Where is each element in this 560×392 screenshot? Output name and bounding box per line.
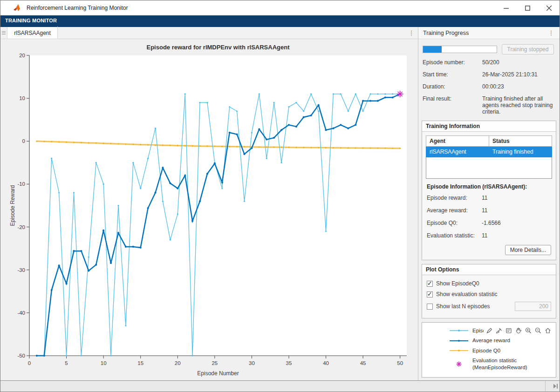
episode-q0-line-sample [449, 347, 469, 354]
episode-reward-line-sample [449, 327, 469, 334]
status-cell: Training finished [489, 147, 552, 157]
datatips-icon[interactable] [504, 326, 513, 335]
svg-text:50: 50 [397, 360, 403, 366]
start-time-label: Start time: [423, 71, 482, 78]
right-panel-menu-icon[interactable]: ⋮ [545, 29, 558, 36]
document-panel: rlSARSAAgent ⋮ -50-40-30-20-100102005101… [0, 27, 418, 380]
zoom-out-icon[interactable] [533, 326, 543, 335]
agents-table[interactable]: Agent Status rlSARSAAgent Training finis… [426, 135, 552, 157]
tab-grip-icon[interactable] [0, 27, 7, 39]
show-last-n-episodes-label: Show last N episodes [436, 303, 490, 310]
episode-q0-row: Episode Q0: -1.6566 [427, 220, 551, 226]
right-panel-header: Training Progress ⋮ [418, 27, 560, 39]
episode-q0-label: Episode Q0: [427, 220, 482, 226]
restore-view-icon[interactable] [543, 326, 553, 335]
tab-label: rlSARSAAgent [14, 30, 51, 36]
show-last-n-episodes-option: Show last N episodes [427, 302, 551, 311]
svg-text:5: 5 [65, 360, 68, 366]
show-episodeq0-checkbox[interactable] [427, 281, 433, 287]
tab-rlsarsaagent[interactable]: rlSARSAAgent [7, 26, 58, 39]
svg-text:20: 20 [19, 53, 25, 58]
svg-text:-20: -20 [17, 224, 25, 230]
average-reward-line-sample [449, 338, 469, 344]
svg-text:-40: -40 [17, 310, 25, 316]
show-last-n-episodes-checkbox[interactable] [427, 304, 433, 310]
skip-end-icon[interactable] [553, 384, 558, 389]
training-stopped-button[interactable]: Training stopped [502, 44, 554, 54]
evaluation-statistic-row: Evaluation statistic: 11 [427, 232, 551, 239]
zoom-in-icon[interactable] [523, 326, 533, 335]
svg-text:-30: -30 [17, 267, 25, 273]
agents-table-col-agent: Agent [426, 136, 489, 147]
plot-options-section: Plot Options Show EpisodeQ0 Show evaluat… [422, 264, 556, 318]
final-result-value: Training finished after all agents reach… [482, 95, 556, 115]
svg-text:20: 20 [175, 360, 181, 366]
brush-icon[interactable] [494, 326, 504, 335]
svg-text:-50: -50 [17, 353, 25, 358]
start-time-row: Start time: 26-Mar-2025 21:10:31 [423, 71, 556, 78]
maximize-button[interactable] [517, 0, 538, 15]
episode-reward-plot[interactable]: -50-40-30-20-100102005101520253035404550… [0, 39, 419, 379]
training-progress-fill [423, 46, 442, 53]
svg-text:Episode reward for rlMDPEnv wi: Episode reward for rlMDPEnv with rlSARSA… [147, 44, 290, 51]
episode-information-header: Episode Information (rlSARSAAgent): [427, 183, 551, 190]
episode-number-value: 50/200 [482, 59, 556, 66]
legend-episode-q0: Episode Q0 [449, 347, 556, 354]
svg-text:10: 10 [101, 360, 107, 366]
window-title: Reinforcement Learning Training Monitor [27, 5, 128, 11]
status-bar [0, 380, 560, 392]
evaluation-statistic-label: Evaluation statistic: [427, 232, 482, 239]
svg-text:Episode Reward: Episode Reward [9, 185, 16, 226]
episode-reward-label: Episode reward: [427, 195, 482, 201]
svg-text:35: 35 [286, 360, 292, 366]
agents-table-empty-area [426, 157, 552, 179]
show-evaluation-statistic-checkbox[interactable] [427, 291, 433, 297]
window-controls [495, 0, 560, 15]
training-progress-panel: Training Progress ⋮ Training stopped Epi… [418, 27, 560, 380]
agents-table-col-status: Status [489, 136, 552, 147]
tabstrip-filler [58, 27, 405, 39]
document-tabstrip: rlSARSAAgent ⋮ [0, 27, 418, 39]
training-progress-bar [423, 46, 497, 53]
export-icon[interactable] [484, 326, 494, 335]
svg-text:0: 0 [28, 360, 31, 366]
final-result-label: Final result: [423, 95, 482, 115]
status-bar-right [546, 381, 560, 392]
axes-toolbar [484, 325, 553, 335]
right-panel-title: Training Progress [423, 30, 469, 36]
episode-number-row: Episode number: 50/200 [423, 59, 556, 66]
episode-q0-value: -1.6566 [482, 220, 501, 226]
last-n-episodes-input[interactable] [515, 302, 551, 311]
final-result-row: Final result: Training finished after al… [423, 95, 556, 115]
title-bar: Reinforcement Learning Training Monitor [0, 0, 560, 15]
more-details-button[interactable]: More Details... [505, 245, 551, 255]
evaluation-statistic-value: 11 [482, 232, 487, 239]
svg-text:0: 0 [22, 138, 25, 144]
average-reward-value: 11 [482, 207, 487, 214]
ribbon-label: TRAINING MONITOR [5, 18, 57, 23]
svg-text:15: 15 [137, 360, 143, 366]
table-row[interactable]: rlSARSAAgent Training finished [426, 147, 552, 157]
svg-text:10: 10 [19, 95, 25, 101]
ribbon-tab-training-monitor[interactable]: TRAINING MONITOR [0, 15, 560, 26]
legend-average-reward-label: Average reward [472, 337, 510, 344]
average-reward-row: Average reward: 11 [427, 207, 551, 214]
episode-reward-row: Episode reward: 11 [427, 195, 551, 201]
app-window: Reinforcement Learning Training Monitor … [0, 0, 560, 392]
close-button[interactable] [538, 0, 560, 15]
svg-text:45: 45 [360, 360, 366, 366]
show-evaluation-statistic-label: Show evaluation statistic [436, 291, 497, 297]
pan-icon[interactable] [513, 326, 523, 335]
svg-text:30: 30 [249, 360, 255, 366]
svg-text:40: 40 [323, 360, 329, 366]
legend-evaluation-statistic-label: Evaluation statistic (MeanEpisodeReward) [472, 357, 527, 371]
tabstrip-menu-icon[interactable]: ⋮ [405, 27, 418, 39]
duration-label: Duration: [423, 83, 482, 90]
agent-cell: rlSARSAAgent [426, 147, 489, 157]
episode-reward-value: 11 [482, 195, 487, 201]
legend-average-reward: Average reward [449, 337, 556, 344]
training-chart: -50-40-30-20-100102005101520253035404550… [0, 39, 418, 380]
training-information-header: Training Information [422, 121, 556, 132]
evaluation-statistic-marker-sample [449, 361, 469, 367]
minimize-button[interactable] [495, 0, 517, 15]
